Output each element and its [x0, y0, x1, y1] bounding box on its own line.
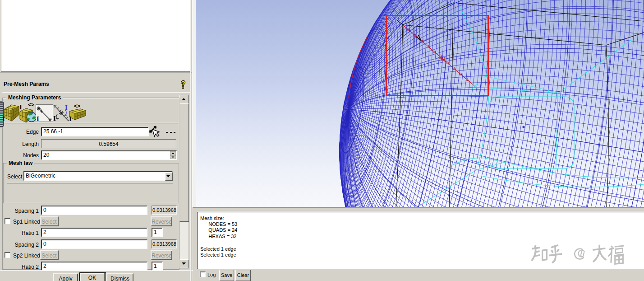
svg-text:I: I — [53, 115, 56, 122]
svg-text:<>: <> — [74, 103, 80, 109]
svg-text:I: I — [2, 115, 5, 122]
svg-text:I: I — [69, 115, 72, 122]
svg-text:I: I — [37, 115, 39, 122]
svg-text:I: I — [19, 103, 22, 111]
svg-text:<>: <> — [28, 102, 34, 108]
svg-text:I: I — [65, 104, 68, 111]
